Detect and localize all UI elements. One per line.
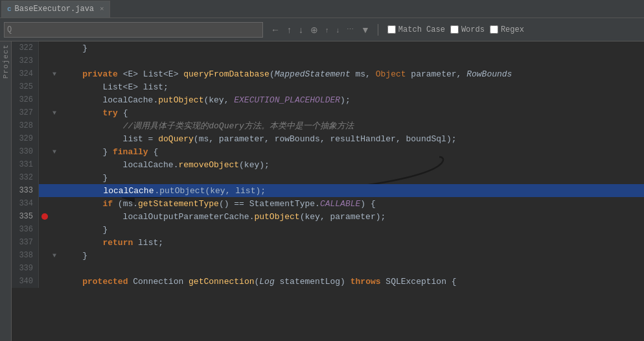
code-token: ); bbox=[340, 95, 351, 105]
line-number-327: 327 bbox=[12, 106, 39, 119]
regex-label: Regex bbox=[501, 25, 524, 34]
code-token bbox=[62, 199, 102, 209]
filter-more-button[interactable]: ⋯ bbox=[344, 24, 356, 35]
code-token: getStatementType bbox=[138, 199, 219, 209]
code-line-326: 326 localCache.putObject(key, EXECUTION_… bbox=[12, 93, 644, 106]
line-content-340: protected Connection getConnection(Log s… bbox=[60, 275, 644, 288]
fold-indicator[interactable]: ▼ bbox=[49, 71, 60, 78]
code-token: localOutputParameterCache. bbox=[62, 212, 254, 222]
code-token: Connection bbox=[128, 277, 189, 287]
code-line-322: 322 } bbox=[12, 41, 644, 54]
line-number-326: 326 bbox=[12, 93, 39, 106]
line-content-332: } bbox=[60, 171, 644, 184]
line-content-324: private <E> List<E> queryFromDatabase(Ma… bbox=[60, 67, 644, 80]
regex-option[interactable]: Regex bbox=[490, 25, 524, 34]
code-token: removeObject bbox=[178, 160, 239, 170]
code-line-329: 329 list = doQuery(ms, parameter, rowBou… bbox=[12, 132, 644, 145]
navigate-down-button[interactable]: ↓ bbox=[296, 23, 306, 36]
tab-baseexecutor[interactable]: c BaseExecutor.java × bbox=[1, 1, 110, 18]
words-label: Words bbox=[461, 25, 485, 34]
left-panel: Project bbox=[0, 41, 12, 341]
code-token bbox=[62, 238, 102, 248]
search-input[interactable] bbox=[14, 25, 260, 34]
filter-up-button[interactable]: ↑ bbox=[323, 25, 332, 35]
filter-down-button[interactable]: ↓ bbox=[334, 25, 343, 35]
search-input-wrapper[interactable]: Q bbox=[4, 22, 263, 38]
code-token: putObject bbox=[158, 95, 203, 105]
line-number-339: 339 bbox=[12, 262, 39, 275]
code-line-340: 340 protected Connection getConnection(L… bbox=[12, 275, 644, 288]
code-token: if bbox=[102, 199, 113, 209]
code-line-327: 327▼ try { bbox=[12, 106, 644, 119]
line-number-335: 335 bbox=[12, 210, 39, 223]
line-number-328: 328 bbox=[12, 119, 39, 132]
code-token: Log bbox=[259, 277, 274, 287]
code-line-331: 331 localCache.removeObject(key); bbox=[12, 158, 644, 171]
line-content-337: return list; bbox=[60, 236, 644, 249]
code-token: MappedStatement bbox=[275, 69, 351, 79]
code-token: localCache. bbox=[62, 95, 158, 105]
code-token: ( bbox=[270, 69, 275, 79]
code-token: .putObject(key, list); bbox=[154, 186, 266, 196]
code-token: try bbox=[102, 108, 117, 118]
code-token bbox=[62, 69, 82, 79]
line-content-336: } bbox=[60, 223, 644, 236]
line-number-334: 334 bbox=[12, 197, 39, 210]
fold-indicator[interactable]: ▼ bbox=[49, 148, 60, 156]
line-content-325: List<E> list; bbox=[60, 80, 644, 93]
line-number-325: 325 bbox=[12, 80, 39, 93]
code-token: <E> List<E> bbox=[118, 69, 183, 79]
code-token: (key, parameter); bbox=[300, 212, 386, 222]
code-token: getConnection bbox=[189, 277, 254, 287]
code-line-334: 334 if (ms.getStatementType() == Stateme… bbox=[12, 197, 644, 210]
code-token: Object bbox=[376, 69, 406, 79]
code-token: throws bbox=[351, 277, 381, 287]
code-line-325: 325 List<E> list; bbox=[12, 80, 644, 93]
line-number-323: 323 bbox=[12, 54, 39, 67]
line-number-336: 336 bbox=[12, 223, 39, 236]
navigate-back-button[interactable]: ← bbox=[268, 23, 282, 36]
line-content-323 bbox=[60, 54, 644, 67]
line-content-327: try { bbox=[60, 106, 644, 119]
code-token: } bbox=[62, 147, 113, 157]
code-token: EXECUTION_PLACEHOLDER bbox=[234, 95, 340, 105]
code-token: //调用具体子类实现的doQuery方法。本类中是一个抽象方法 bbox=[123, 120, 354, 132]
line-content-330: } finally { bbox=[60, 145, 644, 158]
code-area[interactable]: 322 }323324▼ private <E> List<E> queryFr… bbox=[12, 41, 644, 341]
code-token: } bbox=[62, 43, 87, 53]
left-panel-label: Project bbox=[2, 44, 10, 78]
code-token: List<E> list; bbox=[62, 82, 168, 92]
code-token: CALLABLE bbox=[320, 199, 360, 209]
code-token: } bbox=[62, 225, 108, 235]
code-line-336: 336 } bbox=[12, 223, 644, 236]
tab-close-icon[interactable]: × bbox=[100, 5, 104, 13]
navigate-up-button[interactable]: ↑ bbox=[284, 23, 294, 36]
filter-dropdown-button[interactable]: ▼ bbox=[358, 23, 373, 36]
code-token: private bbox=[82, 69, 118, 79]
main-layout: Project 322 }323324▼ private <E> List<E>… bbox=[0, 41, 644, 341]
tab-bar: c BaseExecutor.java × bbox=[0, 0, 644, 18]
code-line-337: 337 return list; bbox=[12, 236, 644, 249]
code-token: } bbox=[62, 173, 108, 183]
match-case-option[interactable]: Match Case bbox=[387, 25, 445, 34]
line-number-330: 330 bbox=[12, 145, 39, 158]
code-line-335: 335 localOutputParameterCache.putObject(… bbox=[12, 210, 644, 223]
line-number-333: 333 bbox=[12, 184, 39, 197]
code-token: return bbox=[102, 238, 133, 248]
code-token: ms, bbox=[351, 69, 376, 79]
match-case-checkbox[interactable] bbox=[387, 25, 396, 34]
words-checkbox[interactable] bbox=[450, 25, 459, 34]
fold-indicator[interactable]: ▼ bbox=[49, 252, 60, 259]
code-line-339: 339 bbox=[12, 262, 644, 275]
code-token: (key); bbox=[239, 160, 270, 170]
words-option[interactable]: Words bbox=[450, 25, 485, 34]
code-token: list; bbox=[133, 238, 163, 248]
code-token: (key, bbox=[203, 95, 234, 105]
regex-checkbox[interactable] bbox=[490, 25, 498, 34]
find-button[interactable]: ⊕ bbox=[308, 23, 321, 36]
match-case-label: Match Case bbox=[398, 25, 445, 34]
code-line-324: 324▼ private <E> List<E> queryFromDataba… bbox=[12, 67, 644, 80]
code-token: localCache. bbox=[62, 160, 178, 170]
code-token: } bbox=[62, 251, 87, 261]
fold-indicator[interactable]: ▼ bbox=[49, 110, 60, 117]
